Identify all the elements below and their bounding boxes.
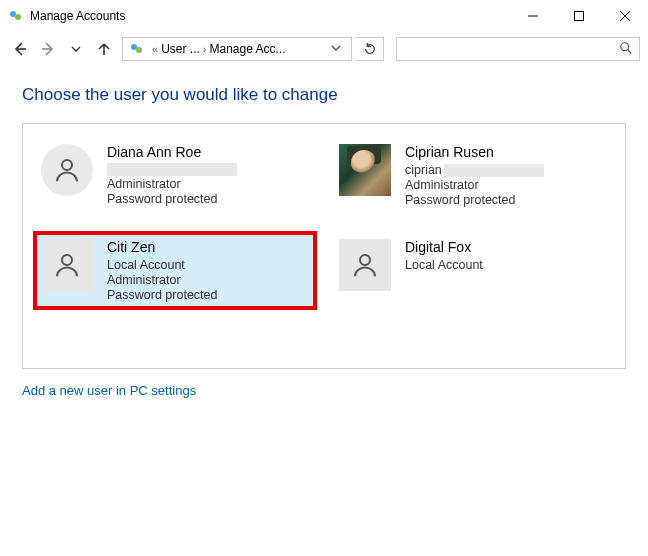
- up-button[interactable]: [92, 37, 116, 61]
- user-name: Digital Fox: [405, 239, 483, 255]
- maximize-button[interactable]: [556, 0, 602, 31]
- user-role: Administrator: [405, 178, 544, 192]
- svg-point-13: [62, 255, 72, 265]
- navbar: « User ... › Manage Acc...: [0, 31, 648, 67]
- user-protection: Password protected: [107, 288, 217, 302]
- user-protection: Password protected: [107, 192, 237, 206]
- svg-point-12: [62, 160, 72, 170]
- refresh-button[interactable]: [356, 37, 384, 61]
- user-role: Administrator: [107, 273, 217, 287]
- address-icon: [129, 41, 145, 57]
- address-dropdown[interactable]: [325, 42, 347, 56]
- search-icon: [619, 41, 633, 58]
- breadcrumb-seg-1[interactable]: User ...: [161, 42, 200, 56]
- avatar-placeholder-icon: [339, 239, 391, 291]
- avatar-placeholder-icon: [41, 239, 93, 291]
- forward-button[interactable]: [36, 37, 60, 61]
- user-email-prefix: ciprian: [405, 163, 442, 177]
- titlebar: Manage Accounts: [0, 0, 648, 31]
- svg-point-10: [621, 42, 629, 50]
- user-tile-digitalfox[interactable]: Digital Fox Local Account: [333, 233, 613, 308]
- svg-point-9: [136, 47, 142, 53]
- user-name: Ciprian Rusen: [405, 144, 544, 160]
- address-bar[interactable]: « User ... › Manage Acc...: [122, 37, 352, 61]
- svg-line-11: [628, 49, 632, 53]
- history-dropdown[interactable]: [64, 37, 88, 61]
- user-tile-citizen[interactable]: Citi Zen Local Account Administrator Pas…: [35, 233, 315, 308]
- svg-point-1: [15, 14, 21, 20]
- search-input[interactable]: [396, 37, 640, 61]
- svg-point-0: [10, 11, 16, 17]
- svg-point-8: [131, 44, 137, 50]
- page-heading: Choose the user you would like to change: [22, 85, 626, 105]
- app-icon: [8, 8, 24, 24]
- avatar-photo: [339, 144, 391, 196]
- close-button[interactable]: [602, 0, 648, 31]
- user-tile-diana[interactable]: Diana Ann Roe Administrator Password pro…: [35, 138, 315, 213]
- back-button[interactable]: [8, 37, 32, 61]
- user-tile-ciprian[interactable]: Ciprian Rusen ciprian Administrator Pass…: [333, 138, 613, 213]
- user-account-type: Local Account: [107, 258, 217, 272]
- user-protection: Password protected: [405, 193, 544, 207]
- content: Choose the user you would like to change…: [0, 67, 648, 408]
- user-name: Citi Zen: [107, 239, 217, 255]
- user-account-type: Local Account: [405, 258, 483, 272]
- add-user-link[interactable]: Add a new user in PC settings: [22, 383, 626, 398]
- window-title: Manage Accounts: [30, 9, 510, 23]
- svg-point-14: [360, 255, 370, 265]
- chevron-right-icon: ›: [203, 43, 207, 55]
- user-role: Administrator: [107, 177, 237, 191]
- svg-rect-3: [575, 11, 584, 20]
- avatar-placeholder-icon: [41, 144, 93, 196]
- redacted-email: [444, 164, 544, 177]
- redacted-email: [107, 163, 237, 176]
- breadcrumb-seg-2[interactable]: Manage Acc...: [209, 42, 285, 56]
- chevron-icon: «: [152, 43, 158, 55]
- user-name: Diana Ann Roe: [107, 144, 237, 160]
- minimize-button[interactable]: [510, 0, 556, 31]
- user-tiles: Diana Ann Roe Administrator Password pro…: [22, 123, 626, 369]
